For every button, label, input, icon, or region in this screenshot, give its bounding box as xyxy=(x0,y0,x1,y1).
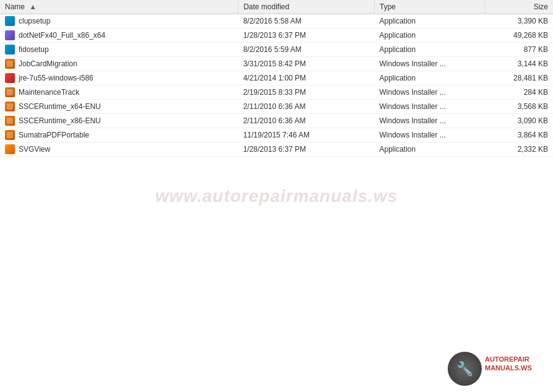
column-header-date[interactable]: Date modified xyxy=(238,0,375,14)
file-date: 8/2/2016 5:58 AM xyxy=(238,14,375,28)
file-size: 3,090 KB xyxy=(485,114,553,128)
file-type: Application xyxy=(374,43,485,57)
column-header-type[interactable]: Type xyxy=(374,0,485,14)
file-date: 4/21/2014 1:00 PM xyxy=(238,71,375,85)
file-size: 3,864 KB xyxy=(485,128,553,142)
file-name-cell: SSCERuntime_x86-ENU xyxy=(0,114,238,128)
file-name: clupsetup xyxy=(19,17,50,25)
file-name-cell: SumatraPDFPortable xyxy=(0,128,238,142)
file-date: 2/11/2010 6:36 AM xyxy=(238,100,375,114)
file-type: Windows Installer ... xyxy=(374,100,485,114)
file-list: Name ▲ Date modified Type Size xyxy=(0,0,553,392)
file-name: SSCERuntime_x86-ENU xyxy=(19,116,101,125)
file-size: 28,481 KB xyxy=(485,71,553,85)
file-date: 11/19/2015 7:46 AM xyxy=(238,128,375,142)
file-icon xyxy=(5,102,15,111)
file-type: Application xyxy=(374,142,485,157)
file-name-cell: SSCERuntime_x64-ENU xyxy=(0,100,238,114)
file-size: 3,568 KB xyxy=(485,100,553,114)
file-icon xyxy=(5,45,15,54)
file-type: Windows Installer ... xyxy=(374,85,485,100)
file-name: SVGView xyxy=(19,145,50,154)
file-type: Windows Installer ... xyxy=(374,57,485,71)
file-name-cell: clupsetup xyxy=(0,14,238,28)
table-row[interactable]: fidosetup 8/2/2016 5:59 AM Application 8… xyxy=(0,43,553,57)
column-header-name[interactable]: Name ▲ xyxy=(0,0,238,14)
file-rows: clupsetup 8/2/2016 5:58 AM Application 3… xyxy=(0,14,553,157)
file-type: Windows Installer ... xyxy=(374,114,485,128)
file-name-cell: SVGView xyxy=(0,142,238,157)
table-row[interactable]: SSCERuntime_x64-ENU 2/11/2010 6:36 AM Wi… xyxy=(0,100,553,114)
file-size: 877 KB xyxy=(485,43,553,57)
file-name: dotNetFx40_Full_x86_x64 xyxy=(19,31,105,40)
file-icon xyxy=(5,116,15,126)
file-icon xyxy=(5,59,15,69)
file-size: 3,144 KB xyxy=(485,57,553,71)
file-date: 1/28/2013 6:37 PM xyxy=(238,28,375,43)
file-date: 2/11/2010 6:36 AM xyxy=(238,114,375,128)
file-date: 2/19/2015 8:33 PM xyxy=(238,85,375,100)
file-name: jre-7u55-windows-i586 xyxy=(19,74,94,82)
file-name: MaintenanceTrack xyxy=(19,88,79,97)
file-icon xyxy=(5,130,15,140)
file-date: 3/31/2015 8:42 PM xyxy=(238,57,375,71)
file-name: JobCardMigration xyxy=(19,59,77,68)
file-name-cell: JobCardMigration xyxy=(0,57,238,71)
file-name-cell: dotNetFx40_Full_x86_x64 xyxy=(0,28,238,43)
table-header-row: Name ▲ Date modified Type Size xyxy=(0,0,553,14)
file-size: 2,332 KB xyxy=(485,142,553,157)
table-row[interactable]: jre-7u55-windows-i586 4/21/2014 1:00 PM … xyxy=(0,71,553,85)
file-type: Application xyxy=(374,71,485,85)
table-row[interactable]: JobCardMigration 3/31/2015 8:42 PM Windo… xyxy=(0,57,553,71)
file-name-cell: MaintenanceTrack xyxy=(0,85,238,100)
file-size: 3,390 KB xyxy=(485,14,553,28)
table-row[interactable]: dotNetFx40_Full_x86_x64 1/28/2013 6:37 P… xyxy=(0,28,553,43)
file-name: SSCERuntime_x64-ENU xyxy=(19,102,101,111)
file-type: Application xyxy=(374,28,485,43)
file-name-cell: fidosetup xyxy=(0,43,238,57)
file-name-cell: jre-7u55-windows-i586 xyxy=(0,71,238,85)
file-date: 1/28/2013 6:37 PM xyxy=(238,142,375,157)
table-row[interactable]: MaintenanceTrack 2/19/2015 8:33 PM Windo… xyxy=(0,85,553,100)
file-icon xyxy=(5,87,15,97)
file-name: fidosetup xyxy=(19,45,49,54)
table-row[interactable]: SumatraPDFPortable 11/19/2015 7:46 AM Wi… xyxy=(0,128,553,142)
file-date: 8/2/2016 5:59 AM xyxy=(238,43,375,57)
file-size: 284 KB xyxy=(485,85,553,100)
file-size: 49,268 KB xyxy=(485,28,553,43)
table-row[interactable]: SVGView 1/28/2013 6:37 PM Application 2,… xyxy=(0,142,553,157)
file-type: Windows Installer ... xyxy=(374,128,485,142)
file-icon xyxy=(5,73,15,83)
column-header-size[interactable]: Size xyxy=(485,0,553,14)
table-row[interactable]: clupsetup 8/2/2016 5:58 AM Application 3… xyxy=(0,14,553,28)
file-explorer: Name ▲ Date modified Type Size xyxy=(0,0,553,392)
file-type: Application xyxy=(374,14,485,28)
file-icon xyxy=(5,16,15,26)
file-name: SumatraPDFPortable xyxy=(19,131,89,139)
table-row[interactable]: SSCERuntime_x86-ENU 2/11/2010 6:36 AM Wi… xyxy=(0,114,553,128)
file-icon xyxy=(5,30,15,40)
files-table: Name ▲ Date modified Type Size xyxy=(0,0,553,157)
sort-arrow-name: ▲ xyxy=(29,2,37,11)
file-icon xyxy=(5,144,15,154)
